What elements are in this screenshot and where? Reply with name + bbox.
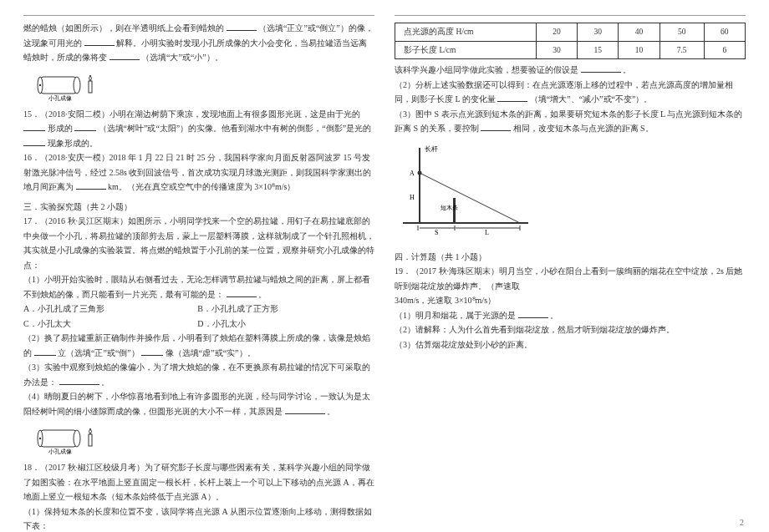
text: 。 [101,377,109,387]
text: （选填“树叶”或“太阳”）的实像。他看到湖水中有树的倒影，“倒影”是光的 [99,124,372,133]
top-rule-right [395,15,746,16]
option-a: A．小孔扎成了三角形 [23,301,196,317]
cell: 10 [619,41,660,59]
blank [285,405,325,414]
row-header: 点光源的高度 H/cm [395,23,537,42]
text: （选填“大”或“小”）。 [141,53,223,62]
shadow-svg: 长杆 A H 短木条 S L [395,139,537,240]
text: 。 [623,65,631,74]
text: 。 [550,311,558,320]
caption: 小孔成像 [48,95,72,102]
blank [141,347,163,356]
label: H [410,194,415,201]
q17-intro: 17．（2016 秋·吴江区期末）如图所示，小明同学找来一个空的易拉罐，用钉子在… [23,214,374,272]
section-4-title: 四．计算题（共 1 小题） [395,250,746,265]
text: 。 [258,290,267,299]
cell: 60 [704,23,745,42]
label: 短木条 [441,205,458,211]
option-c: C．小孔太大 [23,317,196,332]
q17-3: （3）实验中观察到烛焰的像偏小，为了增大烛焰的像，在不更换原有易拉罐的情况下可采… [23,360,374,389]
option-d: D．小孔太小 [197,317,369,332]
label: S [435,229,438,236]
r2: （2）分析上述实验数据还可以得到：在点光源逐渐上移的过程中，若点光源高度的增加量… [395,78,746,107]
text: 立（选填“正”或“倒”） [58,348,140,357]
r1: 该科学兴趣小组同学做此实验，想要验证的假设是 。 [395,63,746,78]
cell: 15 [578,41,619,59]
svg-line-14 [420,173,520,223]
data-table: 点光源的高度 H/cm 20 30 40 50 60 影子长度 L/cm 30 … [395,23,746,59]
svg-rect-4 [89,81,92,93]
q17-options-row1: A．小孔扎成了三角形 B．小孔扎成了正方形 [23,301,374,317]
shadow-diagram: 长杆 A H 短木条 S L [395,139,537,240]
q19-2: （2）请解释：人为什么首先看到烟花绽放，然后才听到烟花绽放的爆炸声。 [395,322,746,337]
q17-options-row2: C．小孔太大 D．小孔太小 [23,317,374,332]
q17-4: （4）晴朗夏日的树下，小华惊喜地看到地上有许多圆形的光斑，经与同学讨论，一致认为… [23,389,374,418]
text: （1）小明开始实验时，眼睛从右侧看过去，无论怎样调节易拉罐与蜡烛之间的距离，屏上… [23,275,370,299]
candle-can-svg-2: 小孔成像 [23,422,124,455]
q19-intro: 19．（2017 秋·海珠区期末）明月当空，小砂在阳台上看到一簇绚丽的烟花在空中… [395,264,746,293]
r3: （3）图中 S 表示点光源到短木条的距离，如果要研究短木条的影子长度 L 与点光… [395,107,746,136]
blank [34,347,56,356]
q15: 15．（2018·安阳二模）小明在湖边树荫下乘凉，发现地面上有很多圆形光斑，这是… [23,107,374,151]
blank [23,122,45,131]
text: （填“增大”、“减小”或“不变”）。 [530,94,653,104]
cell: 50 [660,23,704,42]
svg-rect-9 [89,434,92,446]
svg-point-6 [74,430,80,447]
q17-1: （1）小明开始实验时，眼睛从右侧看过去，无论怎样调节易拉罐与蜡烛之间的距离，屏上… [23,272,374,301]
blank [74,122,96,131]
blank [59,376,99,385]
label: A [410,170,415,177]
cell: 30 [536,41,577,59]
blank [227,288,257,297]
text: 现象形成的。 [48,139,98,148]
text: 19．（2017 秋·海珠区期末）明月当空，小砂在阳台上看到一簇绚丽的烟花在空中… [395,266,742,291]
svg-point-8 [39,438,41,439]
pinhole-figure-2: 小孔成像 [23,420,124,457]
text: 像（选填“虚”或“实”）。 [166,348,256,357]
caption: 小孔成像 [48,448,72,455]
pinhole-figure-1: 小孔成像 [23,67,124,104]
option-b: B．小孔扎成了正方形 [197,301,369,317]
text: 。 [327,407,335,416]
q18-1: （1）保持短木条的长度和位置不变，该同学将点光源 A 从图示位置逐渐向上移动，测… [23,504,374,533]
blank [581,63,621,73]
svg-rect-5 [40,430,77,447]
cell: 30 [578,23,619,42]
q16: 16．（2018·安庆一模）2018 年 1 月 22 日 21 时 25 分，… [23,150,374,195]
blank [227,22,257,31]
svg-rect-0 [40,77,77,94]
row-header: 影子长度 L/cm [395,41,537,59]
candle-can-svg: 小孔成像 [23,68,124,102]
text: 形成的 [48,124,73,133]
table-row: 影子长度 L/cm 30 15 10 7.5 6 [395,41,746,59]
page: 燃的蜡烛（如图所示），则在半透明纸上会看到蜡烛的 （选填“正立”或“倒立”）的像… [0,0,769,532]
section-3-title: 三．实验探究题（共 2 小题） [23,200,374,215]
text: 燃的蜡烛（如图所示），则在半透明纸上会看到蜡烛的 [23,23,224,33]
text: （1）明月和烟花，属于光源的是 [395,311,516,320]
cell: 6 [704,41,745,59]
q19-speed: 340m/s，光速取 3×10⁸m/s） [395,293,746,308]
blank [481,122,511,131]
text: 相同，改变短木条与点光源的距离 S。 [513,124,654,133]
label: L [485,229,489,236]
cell: 7.5 [660,41,704,59]
q17-2: （2）换了易拉罐重新正确制作并操作后，小明看到了烛焰在塑料薄膜上所成的像，该像是… [23,331,374,360]
right-column: 点光源的高度 H/cm 20 30 40 50 60 影子长度 L/cm 30 … [395,15,746,525]
cell: 40 [619,23,660,42]
cell: 20 [536,23,577,42]
blank [497,93,527,102]
label: 长杆 [425,145,438,153]
blank [109,51,140,60]
blank [76,180,106,190]
blank [84,37,115,46]
q19-3: （3）估算烟花绽放处到小砂的距离。 [395,337,746,352]
text: km。（光在真空或空气中的传播速度为 3×10⁸m/s） [108,182,295,191]
q19-1: （1）明月和烟花，属于光源的是 。 [395,308,746,323]
table-row: 点光源的高度 H/cm 20 30 40 50 60 [395,23,746,42]
text: 15．（2018·安阳二模）小明在湖边树荫下乘凉，发现地面上有很多圆形光斑，这是… [23,109,360,119]
svg-point-3 [39,84,41,85]
text: 该科学兴趣小组同学做此实验，想要验证的假设是 [395,65,578,74]
svg-point-1 [74,77,80,94]
q18-intro: 18．（2017 秋·椒江区校级月考）为了研究影子长度与哪些因素有关，某科学兴趣… [23,460,374,504]
